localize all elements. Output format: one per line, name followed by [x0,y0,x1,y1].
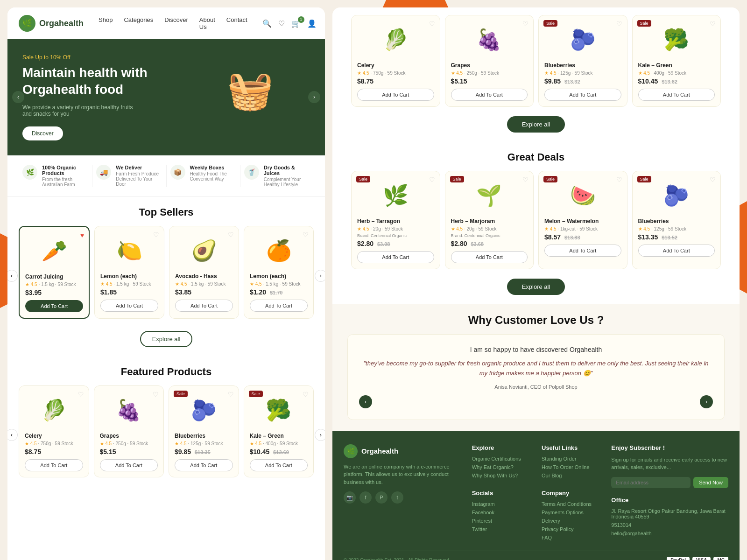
great-deals-explore-button[interactable]: Explore all [507,279,565,295]
deal-watermelon-wishlist[interactable]: ♡ [616,176,622,183]
twitter-icon[interactable]: t [391,491,403,504]
footer-link-facebook[interactable]: Facebook [472,510,530,515]
hero-prev-button[interactable]: ‹ [12,91,24,103]
top-sellers-explore-button[interactable]: Explore all [140,331,193,347]
testimonial-prev-button[interactable]: ‹ [359,395,372,408]
right-top-products-row: ♡ 🥬 Celery ★ 4.5 · 750g · 59 Stock $8.75… [344,15,728,112]
feat-kale-wishlist[interactable]: ♡ [303,391,309,398]
footer-link-pinterest[interactable]: Pinterest [472,518,530,524]
right-blueberries-add-cart[interactable]: Add To Cart [544,89,621,101]
orange-add-cart-button[interactable]: Add To Cart [250,300,308,312]
footer-logo-text: Orgahealth [361,447,398,455]
nav-about[interactable]: About Us [199,16,215,30]
right-blueberries-wishlist[interactable]: ♡ [616,20,622,28]
pinterest-icon[interactable]: P [375,491,388,504]
feature-boxes-desc: Healthy Food The Convenient Way [190,171,236,182]
right-blueberries: Sale ♡ 🫐 Blueberries ★ 4.5 · 125g · 59 S… [538,15,627,107]
right-celery-add-cart[interactable]: Add To Cart [357,89,434,101]
right-celery-wishlist[interactable]: ♡ [429,20,435,28]
feat-grapes-add-cart[interactable]: Add To Cart [100,459,158,471]
hero-next-button[interactable]: › [308,91,320,103]
great-deals-products: Sale ♡ 🌿 Herb – Tarragon ★ 4.5 · 20g · 5… [344,171,728,274]
feature-boxes: 📦 Weekly Boxes Healthy Food The Convenie… [167,165,240,187]
feat-kale-add-cart[interactable]: Add To Cart [250,459,308,471]
nav-contact[interactable]: Contact [226,16,247,30]
footer-subscribe-col: Enjoy Subscriber ! Sign up for emails an… [611,444,728,543]
lemon1-wishlist-button[interactable]: ♡ [153,231,159,238]
deal-tarragon-wishlist[interactable]: ♡ [429,176,435,183]
facebook-icon[interactable]: f [359,491,372,504]
feature-deliver: 🚚 We Deliver Farm Fresh Produce Delivere… [92,165,166,187]
right-blueberries-price: $9.85 $13.32 [544,77,621,85]
feat-celery-wishlist[interactable]: ♡ [78,391,84,398]
right-grapes-add-cart[interactable]: Add To Cart [451,89,528,101]
feat-blueberries-wishlist[interactable]: ♡ [228,391,234,398]
cart-badge: 1 [298,16,304,23]
right-celery-name: Celery [357,62,434,69]
footer-link-terms[interactable]: Terms And Conditions [542,501,600,507]
nav-categories[interactable]: Categories [124,16,153,30]
footer-link-how-order[interactable]: How To Order Online [542,464,600,470]
footer-link-certifications[interactable]: Organic Certifications [472,456,530,462]
deal-blueberries-add-cart[interactable]: Add To Cart [638,245,715,257]
footer-link-twitter[interactable]: Twitter [472,526,530,532]
deal-tarragon-meta: ★ 4.5 · 20g · 59 Stock [357,226,434,231]
carrot-price: $3.95 [25,289,83,296]
footer-link-standing-order[interactable]: Standing Order [542,456,600,462]
footer-link-instagram[interactable]: Instagram [472,501,530,507]
top-sellers-next[interactable]: › [315,270,325,282]
footer-office-email[interactable]: hello@orgahealth [611,531,728,536]
featured-next[interactable]: › [315,429,325,441]
footer-company-title: Company [542,490,600,497]
right-explore-button[interactable]: Explore all [507,116,565,133]
footer-link-faq[interactable]: FAQ [542,535,600,540]
carrot-add-cart-button[interactable]: Add To Cart [25,300,83,312]
feat-grapes-wishlist[interactable]: ♡ [153,391,159,398]
orange-wishlist-button[interactable]: ♡ [303,231,309,238]
featured-kale: Sale ♡ 🥦 Kale – Green ★ 4.5 · 400g · 59 … [244,385,314,477]
carrot-wishlist-button[interactable]: ♥ [80,231,84,239]
deal-tarragon-add-cart[interactable]: Add To Cart [357,251,434,263]
footer-office-phone: 9513014 [611,522,728,528]
wishlist-icon[interactable]: ♡ [278,19,285,28]
avocado-add-cart-button[interactable]: Add To Cart [175,300,233,312]
right-kale-add-cart[interactable]: Add To Cart [638,89,715,101]
great-deals-title: Great Deals [340,142,732,171]
footer-link-why-shop[interactable]: Why Shop With Us? [472,473,530,478]
footer-send-button[interactable]: Send Now [693,477,728,488]
footer-link-blog[interactable]: Our Blog [542,473,600,478]
nav-discover[interactable]: Discover [164,16,188,30]
footer-link-why-organic[interactable]: Why Eat Organic? [472,464,530,470]
nav-shop[interactable]: Shop [99,16,113,30]
deal-watermelon-add-cart[interactable]: Add To Cart [544,245,621,257]
footer-email-input[interactable] [611,477,691,488]
product-carrot: ♥ 🥕 Carrot Juicing ★ 4.5 · 1.5 kg · 59 S… [19,226,90,319]
right-kale-wishlist[interactable]: ♡ [710,20,716,28]
testimonial-subtitle: I am so happy to have discovered Orgahea… [359,346,713,353]
right-grapes-wishlist[interactable]: ♡ [522,20,529,28]
features-section: 🌿 100% Organic Products From the fresh A… [7,155,325,197]
user-icon[interactable]: 👤 [307,19,317,28]
right-celery-price: $8.75 [357,77,434,85]
visa-icon: VISA [692,557,711,560]
deal-marjoram-wishlist[interactable]: ♡ [522,176,529,183]
why-title: Why Customer Love Us ? [347,314,725,327]
search-icon[interactable]: 🔍 [262,19,272,28]
footer-link-privacy[interactable]: Privacy Policy [542,526,600,532]
footer-link-delivery[interactable]: Delivery [542,518,600,524]
testimonial-author: Anisa Novianti, CEO of Polpoll Shop [359,384,713,390]
footer-link-payments[interactable]: Payments Options [542,510,600,515]
deal-marjoram-add-cart[interactable]: Add To Cart [451,251,528,263]
right-grapes-price: $5.15 [451,77,528,85]
hero-discover-button[interactable]: Discover [22,126,63,140]
testimonial-next-button[interactable]: › [700,395,713,408]
feature-organic-title: 100% Organic Products [42,165,88,176]
avocado-wishlist-button[interactable]: ♡ [228,231,234,238]
feat-blueberries-add-cart[interactable]: Add To Cart [175,459,233,471]
instagram-icon[interactable]: 📷 [344,491,356,504]
deal-blueberries-wishlist[interactable]: ♡ [710,176,716,183]
footer: 🌿 Orgahealth We are an online company wi… [332,431,740,560]
lemon1-add-cart-button[interactable]: Add To Cart [100,300,158,312]
cart-icon[interactable]: 🛒 1 [291,19,301,28]
feat-celery-add-cart[interactable]: Add To Cart [25,459,83,471]
